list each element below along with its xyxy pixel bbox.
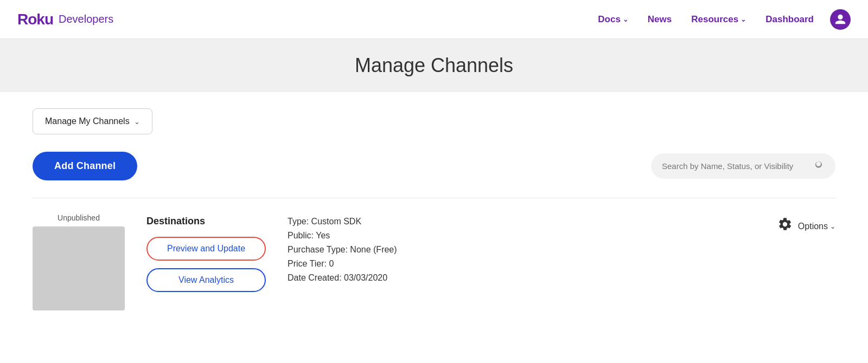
channel-thumbnail-wrap: Unpublished xyxy=(33,213,125,310)
gear-icon xyxy=(777,217,793,236)
roku-logo: Roku Developers xyxy=(17,11,113,28)
hero-banner: Manage Channels xyxy=(0,39,868,92)
manage-channels-dropdown[interactable]: Manage My Channels ⌄ xyxy=(33,108,152,134)
preview-and-update-button[interactable]: Preview and Update xyxy=(146,237,266,261)
nav-item-news[interactable]: News xyxy=(640,10,679,29)
nav-item-resources[interactable]: Resources ⌄ xyxy=(684,10,754,29)
nav-docs-label: Docs xyxy=(598,14,621,25)
channel-public: Public: Yes xyxy=(288,231,439,241)
nav-item-dashboard[interactable]: Dashboard xyxy=(758,10,821,29)
channel-date-created: Date Created: 03/03/2020 xyxy=(288,273,439,283)
dropdown-label: Manage My Channels xyxy=(45,116,130,126)
search-input[interactable] xyxy=(662,161,809,171)
nav-item-docs[interactable]: Docs ⌄ xyxy=(590,10,636,29)
page-title: Manage Channels xyxy=(0,54,868,77)
channel-status-label: Unpublished xyxy=(58,213,100,222)
channel-price-tier: Price Tier: 0 xyxy=(288,259,439,269)
options-chevron-icon: ⌄ xyxy=(830,223,835,230)
search-box xyxy=(651,153,835,179)
channel-thumbnail xyxy=(33,226,125,310)
header: Roku Developers Docs ⌄ News Resources ⌄ … xyxy=(0,0,868,39)
channel-type: Type: Custom SDK xyxy=(288,217,439,226)
search-icon xyxy=(815,160,825,172)
site-name: Developers xyxy=(59,13,113,25)
destinations-title: Destinations xyxy=(146,216,266,227)
options-button[interactable]: Options ⌄ xyxy=(798,222,835,231)
header-left: Roku Developers xyxy=(17,11,113,28)
channel-purchase-type: Purchase Type: None (Free) xyxy=(288,245,439,255)
docs-chevron-icon: ⌄ xyxy=(623,16,628,23)
toolbar: Add Channel xyxy=(33,152,835,180)
person-icon xyxy=(834,14,846,25)
channel-info: Type: Custom SDK Public: Yes Purchase Ty… xyxy=(288,213,439,283)
view-analytics-button[interactable]: View Analytics xyxy=(146,268,266,292)
roku-wordmark: Roku xyxy=(17,11,53,28)
main-content: Manage My Channels ⌄ Add Channel Unpubli… xyxy=(0,92,868,347)
add-channel-button[interactable]: Add Channel xyxy=(33,152,137,180)
user-avatar[interactable] xyxy=(830,9,851,30)
options-text: Options xyxy=(798,222,828,231)
nav-resources-label: Resources xyxy=(691,14,738,25)
main-nav: Docs ⌄ News Resources ⌄ Dashboard xyxy=(590,9,851,30)
channel-card: Unpublished Destinations Preview and Upd… xyxy=(33,198,835,326)
options-column: Options ⌄ xyxy=(777,213,835,236)
destinations-column: Destinations Preview and Update View Ana… xyxy=(146,213,266,292)
nav-news-label: News xyxy=(648,14,672,25)
nav-dashboard-label: Dashboard xyxy=(765,14,814,25)
dropdown-chevron-icon: ⌄ xyxy=(134,118,140,126)
resources-chevron-icon: ⌄ xyxy=(741,16,746,23)
